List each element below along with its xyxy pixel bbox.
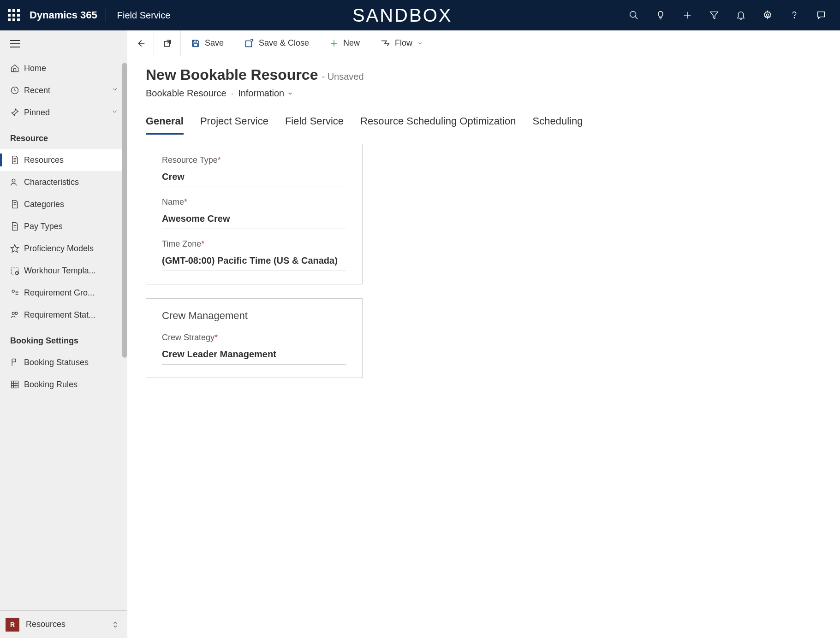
sidebar-label: Booking Statuses [24, 358, 119, 367]
people-icon [10, 310, 24, 319]
time-zone-input[interactable]: (GMT-08:00) Pacific Time (US & Canada) [162, 249, 346, 271]
search-button[interactable] [623, 5, 644, 26]
general-section: Resource Type* Crew Name* Awesome Crew T… [146, 144, 363, 284]
sidebar-label: Categories [24, 200, 119, 209]
svg-point-12 [15, 312, 18, 314]
sidebar-item-requirement-statuses[interactable]: Requirement Stat... [0, 304, 127, 326]
sidebar-item-booking-statuses[interactable]: Booking Statuses [0, 351, 127, 373]
notifications-button[interactable] [730, 5, 751, 26]
sidebar-item-proficiency-models[interactable]: Proficiency Models [0, 237, 127, 260]
help-button[interactable] [784, 5, 805, 26]
form-name: Information [238, 88, 284, 99]
environment-label: SANDBOX [181, 5, 623, 26]
sidebar-label: Booking Rules [24, 380, 119, 390]
back-button[interactable] [127, 30, 154, 56]
chevron-down-icon [417, 40, 423, 47]
settings-button[interactable] [757, 5, 778, 26]
required-marker: * [201, 239, 204, 248]
sidebar-label: Pay Types [24, 222, 119, 231]
sidebar-label: Characteristics [24, 177, 119, 187]
tab-field-service[interactable]: Field Service [285, 115, 344, 135]
flag-icon [10, 358, 24, 367]
section-title: Crew Management [162, 310, 346, 322]
arrow-left-icon [136, 38, 146, 48]
sidebar-label: Resources [24, 155, 119, 165]
entity-name: Bookable Resource [146, 88, 226, 99]
page-header: New Bookable Resource - Unsaved Bookable… [127, 56, 840, 102]
sidebar-label: Requirement Stat... [24, 310, 119, 320]
required-marker: * [218, 155, 221, 165]
sidebar-item-resources[interactable]: Resources [0, 149, 127, 171]
name-input[interactable]: Awesome Crew [162, 207, 346, 229]
svg-point-0 [630, 12, 636, 18]
area-label: Resources [26, 620, 112, 629]
add-button[interactable] [677, 5, 698, 26]
save-button[interactable]: Save [181, 30, 234, 56]
waffle-icon [8, 9, 20, 21]
save-close-label: Save & Close [259, 38, 309, 48]
field-name: Name* Awesome Crew [162, 197, 346, 229]
sidebar-label: Pinned [24, 108, 111, 118]
crew-strategy-input[interactable]: Crew Leader Management [162, 343, 346, 365]
field-time-zone: Time Zone* (GMT-08:00) Pacific Time (US … [162, 239, 346, 271]
sidebar-item-booking-rules[interactable]: Booking Rules [0, 373, 127, 396]
plus-icon [329, 39, 339, 48]
required-marker: * [184, 197, 187, 207]
sidebar-toggle[interactable] [0, 30, 127, 57]
chat-button[interactable] [810, 5, 832, 26]
assistant-button[interactable] [650, 5, 671, 26]
sidebar-home[interactable]: Home [0, 57, 127, 79]
separator-dot: · [231, 88, 234, 99]
field-label: Crew Strategy* [162, 333, 346, 343]
clock-icon [10, 86, 24, 95]
flow-button[interactable]: Flow [370, 30, 434, 56]
sidebar-recent[interactable]: Recent [0, 79, 127, 101]
home-icon [10, 64, 24, 73]
module-name[interactable]: Field Service [106, 10, 182, 21]
crew-management-section: Crew Management Crew Strategy* Crew Lead… [146, 298, 363, 378]
bell-icon [736, 10, 746, 20]
app-launcher-button[interactable] [0, 9, 28, 21]
resource-type-input[interactable]: Crew [162, 165, 346, 187]
top-navbar: Dynamics 365 Field Service SANDBOX [0, 0, 840, 30]
sidebar-pinned[interactable]: Pinned [0, 101, 127, 124]
document-icon [10, 200, 24, 209]
question-icon [789, 10, 799, 20]
svg-point-11 [12, 312, 14, 314]
save-close-icon [244, 38, 254, 48]
tab-rso[interactable]: Resource Scheduling Optimization [360, 115, 516, 135]
group-icon [10, 288, 24, 297]
area-switcher[interactable]: R Resources [0, 610, 127, 638]
content-area: Save Save & Close New Flow New Bookable … [127, 30, 840, 638]
form-body: Resource Type* Crew Name* Awesome Crew T… [127, 135, 840, 401]
sidebar-label: Workhour Templa... [24, 266, 119, 276]
filter-button[interactable] [703, 5, 725, 26]
flow-label: Flow [395, 38, 412, 48]
sidebar-item-pay-types[interactable]: Pay Types [0, 215, 127, 237]
save-close-button[interactable]: Save & Close [234, 30, 319, 56]
field-crew-strategy: Crew Strategy* Crew Leader Management [162, 333, 346, 365]
field-label: Time Zone* [162, 239, 346, 249]
svg-line-1 [635, 17, 638, 19]
form-selector[interactable]: Information [238, 88, 293, 99]
save-label: Save [205, 38, 224, 48]
sidebar-item-requirement-groups[interactable]: Requirement Gro... [0, 282, 127, 304]
shell: Home Recent Pinned Resource Resources Ch… [0, 30, 840, 638]
sidebar-label: Requirement Gro... [24, 288, 119, 298]
area-badge: R [6, 618, 19, 632]
sidebar-item-workhour-templates[interactable]: Workhour Templa... [0, 260, 127, 282]
tab-scheduling[interactable]: Scheduling [533, 115, 583, 135]
tab-project-service[interactable]: Project Service [200, 115, 268, 135]
hamburger-icon [10, 40, 20, 47]
tab-general[interactable]: General [146, 115, 184, 135]
product-brand[interactable]: Dynamics 365 [28, 9, 106, 21]
new-button[interactable]: New [319, 30, 370, 56]
sidebar: Home Recent Pinned Resource Resources Ch… [0, 30, 127, 638]
chevron-down-icon [111, 108, 119, 118]
open-in-new-button[interactable] [154, 30, 181, 56]
sidebar-item-categories[interactable]: Categories [0, 193, 127, 215]
sidebar-scrollbar[interactable] [122, 63, 127, 358]
sidebar-item-characteristics[interactable]: Characteristics [0, 171, 127, 193]
svg-rect-13 [12, 381, 18, 388]
field-label: Resource Type* [162, 155, 346, 165]
